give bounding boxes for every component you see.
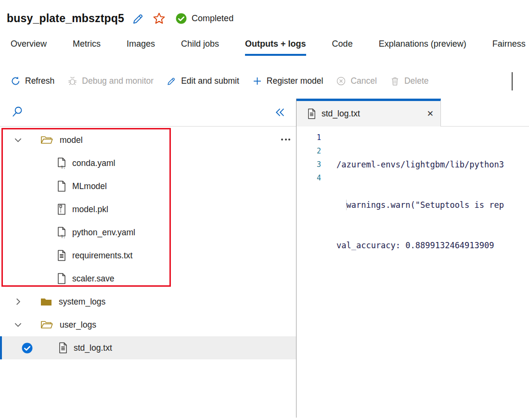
code-lines: /azureml-envs/lightgbm/lib/python3 warni… <box>328 131 529 418</box>
debug-and-monitor-button[interactable]: Debug and monitor <box>67 76 154 86</box>
file-tree: model conda.yaml MLmodel model.pkl pytho… <box>0 127 296 418</box>
line-number: 4 <box>297 171 321 185</box>
editor-tab-row: std_log.txt ✕ <box>297 99 529 127</box>
page-title: busy_plate_mbsztpq5 <box>7 12 124 25</box>
code-line: /azureml-envs/lightgbm/lib/python3 <box>336 158 529 171</box>
more-ellipsis-icon[interactable] <box>281 139 290 140</box>
search-icon[interactable] <box>12 106 24 120</box>
collapse-panel-icon[interactable] <box>274 107 285 119</box>
tab-fairness[interactable]: Fairness <box>492 31 526 57</box>
selected-check-circle-icon <box>21 342 33 354</box>
tab-explanations[interactable]: Explanations (preview) <box>379 31 466 57</box>
register-model-label: Register model <box>267 76 323 86</box>
editor-tab-std-log[interactable]: std_log.txt ✕ <box>297 99 441 127</box>
folder-open-icon <box>40 135 53 145</box>
job-header: busy_plate_mbsztpq5 Completed <box>0 0 529 31</box>
chevron-down-icon[interactable] <box>13 136 23 144</box>
line-number: 2 <box>297 144 321 158</box>
close-icon[interactable]: ✕ <box>427 110 434 118</box>
plus-icon <box>252 76 262 86</box>
folder-closed-icon <box>40 297 52 306</box>
star-icon[interactable] <box>153 12 166 25</box>
tree-row-requirements-txt[interactable]: requirements.txt <box>0 244 296 267</box>
tree-row-scaler-save[interactable]: scaler.save <box>0 267 296 290</box>
edit-submit-label: Edit and submit <box>181 76 239 86</box>
status-label: Completed <box>192 13 233 24</box>
file-icon <box>57 273 66 284</box>
refresh-button[interactable]: Refresh <box>11 76 54 86</box>
folder-open-icon <box>40 320 53 330</box>
tree-row-label: python_env.yaml <box>72 228 135 238</box>
tab-outputs-logs[interactable]: Outputs + logs <box>245 31 306 57</box>
refresh-icon <box>11 76 21 86</box>
yaml-file-icon <box>57 157 66 169</box>
tree-row-system-logs[interactable]: system_logs <box>0 290 296 313</box>
indent-guide <box>346 200 347 210</box>
tab-code[interactable]: Code <box>332 31 353 57</box>
tab-bar: Overview Metrics Images Child jobs Outpu… <box>0 31 529 57</box>
line-number: 1 <box>297 131 321 144</box>
text-file-icon <box>57 250 66 261</box>
tree-row-label: MLmodel <box>72 181 107 191</box>
tab-images[interactable]: Images <box>127 31 155 57</box>
pencil-icon[interactable] <box>132 12 145 25</box>
chevron-down-icon[interactable] <box>13 320 23 329</box>
tree-row-mlmodel[interactable]: MLmodel <box>0 175 296 198</box>
tree-row-model-pkl[interactable]: model.pkl <box>0 198 296 221</box>
code-content[interactable]: 1 2 3 4 /azureml-envs/lightgbm/lib/pytho… <box>297 127 529 418</box>
tree-row-label: model.pkl <box>72 204 108 215</box>
cancel-button[interactable]: Cancel <box>336 76 376 86</box>
text-file-icon <box>307 108 316 119</box>
command-toolbar: Refresh Debug and monitor Edit and submi… <box>0 57 529 99</box>
pencil-icon <box>167 76 177 86</box>
file-icon <box>57 180 66 192</box>
line-number: 3 <box>297 158 321 171</box>
tree-row-label: model <box>60 135 83 145</box>
delete-label: Delete <box>404 76 429 86</box>
tree-row-label: conda.yaml <box>72 158 116 168</box>
code-line-text: warnings.warn("Setuptools is rep <box>336 200 504 210</box>
log-viewer: std_log.txt ✕ 1 2 3 4 /azureml-envs/ligh… <box>297 99 529 418</box>
register-model-button[interactable]: Register model <box>252 76 323 86</box>
code-line <box>336 279 529 293</box>
text-file-icon <box>58 342 68 354</box>
tree-row-conda-yaml[interactable]: conda.yaml <box>0 152 296 175</box>
chevron-right-icon[interactable] <box>13 297 23 306</box>
line-number-gutter: 1 2 3 4 <box>297 131 328 418</box>
tab-overview[interactable]: Overview <box>11 31 47 57</box>
code-line: warnings.warn("Setuptools is rep <box>336 198 529 212</box>
refresh-label: Refresh <box>25 76 54 86</box>
explorer-search-row <box>0 99 296 127</box>
yaml-file-icon <box>57 227 66 238</box>
status-badge: Completed <box>175 13 233 25</box>
outputs-logs-panel: model conda.yaml MLmodel model.pkl pytho… <box>0 99 529 418</box>
cancel-label: Cancel <box>350 76 376 86</box>
tree-row-label: std_log.txt <box>74 343 112 353</box>
editor-tab-label: std_log.txt <box>322 109 427 119</box>
tree-row-user-logs[interactable]: user_logs <box>0 313 296 336</box>
code-line: val_accuracy: 0.8899132464913909 <box>336 239 529 252</box>
editor-tab-filler <box>441 99 529 127</box>
tab-child-jobs[interactable]: Child jobs <box>181 31 219 57</box>
debug-label: Debug and monitor <box>82 76 154 86</box>
bug-icon <box>67 76 77 86</box>
tree-row-label: system_logs <box>59 297 105 307</box>
tree-row-label: scaler.save <box>72 274 115 284</box>
tree-row-label: requirements.txt <box>72 251 132 261</box>
tree-row-std-log-txt[interactable]: std_log.txt <box>0 336 296 359</box>
delete-button[interactable]: Delete <box>390 76 429 86</box>
trash-icon <box>390 76 400 86</box>
tab-metrics[interactable]: Metrics <box>73 31 101 57</box>
tree-row-model[interactable]: model <box>0 128 296 152</box>
toolbar-divider <box>512 72 513 90</box>
cancel-circle-icon <box>336 76 346 86</box>
tree-row-label: user_logs <box>60 320 96 330</box>
file-explorer: model conda.yaml MLmodel model.pkl pytho… <box>0 99 297 418</box>
check-circle-icon <box>175 13 187 25</box>
edit-and-submit-button[interactable]: Edit and submit <box>167 76 239 86</box>
tree-row-python-env-yaml[interactable]: python_env.yaml <box>0 221 296 244</box>
archive-file-icon <box>57 204 66 215</box>
